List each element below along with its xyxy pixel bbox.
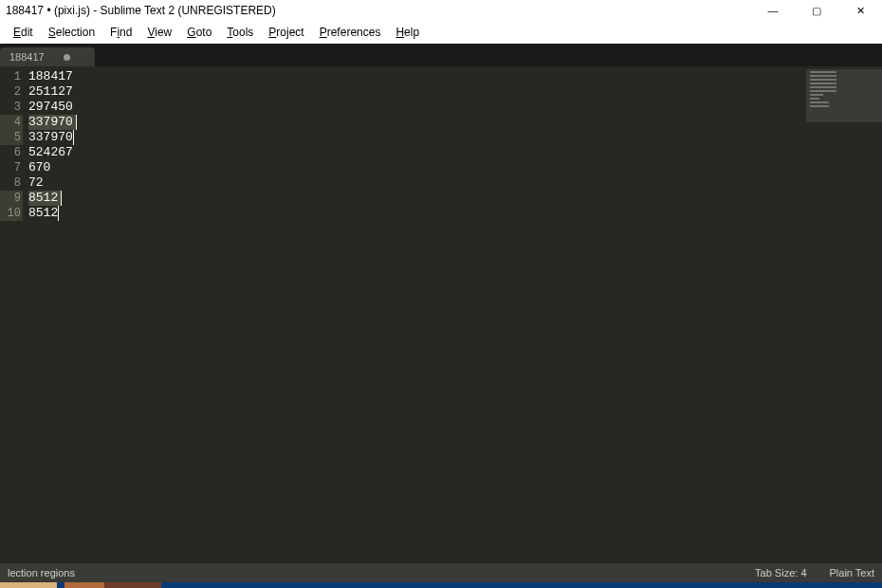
window-title: 188417 • (pixi.js) - Sublime Text 2 (UNR…	[6, 4, 751, 17]
editor-area[interactable]: 12345678910 1884172511272974503379703379…	[0, 66, 882, 563]
code-line[interactable]: 8512	[28, 206, 882, 221]
menu-view[interactable]: View	[139, 24, 179, 41]
menu-tools[interactable]: Tools	[219, 24, 261, 41]
status-message: lection regions	[8, 567, 732, 579]
code-line[interactable]: 337970	[28, 115, 882, 130]
minimize-button[interactable]: —	[751, 0, 795, 21]
minimap[interactable]	[806, 69, 882, 122]
tab-dirty-indicator-icon	[64, 54, 70, 61]
code-content[interactable]: 1884172511272974503379703379705242676707…	[23, 66, 882, 563]
code-line[interactable]: 297450	[28, 100, 882, 115]
code-line[interactable]: 72	[28, 175, 882, 191]
menu-project[interactable]: Project	[261, 24, 311, 41]
line-number: 2	[0, 84, 23, 100]
code-line[interactable]: 8512	[28, 191, 882, 206]
line-number: 1	[0, 69, 23, 84]
line-number: 3	[0, 100, 23, 115]
menu-goto[interactable]: Goto	[179, 24, 219, 41]
status-syntax[interactable]: Plain Text	[830, 567, 875, 579]
maximize-button[interactable]: ▢	[795, 0, 838, 21]
tab-label: 188417	[9, 51, 45, 63]
status-tab-size[interactable]: Tab Size: 4	[755, 567, 806, 579]
menu-preferences[interactable]: Preferences	[312, 24, 389, 41]
gutter: 12345678910	[0, 66, 23, 563]
code-line[interactable]: 337970	[28, 130, 882, 145]
menu-find[interactable]: Find	[102, 24, 139, 41]
close-button[interactable]: ✕	[838, 0, 882, 21]
code-line[interactable]: 670	[28, 160, 882, 175]
os-taskbar-strip	[0, 582, 882, 588]
line-number: 6	[0, 145, 23, 160]
menu-edit[interactable]: Edit	[6, 24, 41, 41]
status-bar: lection regions Tab Size: 4 Plain Text	[0, 563, 882, 582]
line-number: 9	[0, 191, 23, 206]
line-number: 8	[0, 175, 23, 191]
code-line[interactable]: 524267	[28, 145, 882, 160]
line-number: 4	[0, 115, 23, 130]
line-number: 10	[0, 206, 23, 221]
tab-active[interactable]: 188417	[0, 47, 95, 66]
title-bar: 188417 • (pixi.js) - Sublime Text 2 (UNR…	[0, 0, 882, 21]
menu-bar: Edit Selection Find View Goto Tools Proj…	[0, 21, 882, 44]
menu-help[interactable]: Help	[388, 24, 427, 41]
code-line[interactable]: 251127	[28, 84, 882, 100]
line-number: 7	[0, 160, 23, 175]
window-controls: — ▢ ✕	[751, 0, 882, 21]
code-line[interactable]: 188417	[28, 69, 882, 84]
line-number: 5	[0, 130, 23, 145]
tab-bar: 188417	[0, 44, 882, 66]
menu-selection[interactable]: Selection	[41, 24, 102, 41]
